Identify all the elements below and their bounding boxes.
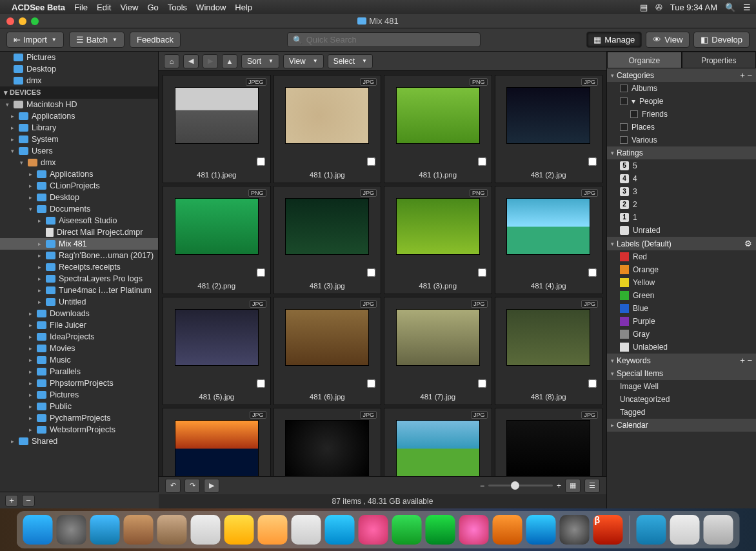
dock-safari[interactable] [90,515,120,545]
tree-item[interactable]: ▸Movies [0,343,158,354]
menu-help[interactable]: Help [235,3,252,12]
remove-button[interactable]: − [22,495,35,506]
select-checkbox[interactable] [478,379,486,388]
search-box[interactable]: 🔍 [287,32,481,47]
thumbnail-card[interactable]: JPG481 (4).jpg [495,186,603,294]
labels-header[interactable]: ▾Labels (Default)⚙ [607,237,756,250]
close-button[interactable] [6,17,14,25]
thumbnail-card[interactable]: JPG481 (3).jpg [274,186,382,294]
special-item[interactable]: Tagged [607,406,756,419]
view-grid[interactable]: ▦ [565,479,581,493]
thumbnail-card[interactable]: JPG481 (6).jpg [274,297,382,405]
rotate-right[interactable]: ↷ [184,479,200,493]
select-checkbox[interactable] [478,268,486,277]
tree-shared[interactable]: ▸Shared [0,436,158,447]
checkbox[interactable] [620,123,628,131]
thumbnail-card[interactable]: JPG481 (7).jpg [384,297,492,405]
tree-item[interactable]: ▸File Juicer [0,319,158,331]
dock-acdsee[interactable] [593,515,623,545]
menu-file[interactable]: File [74,3,88,12]
menu-go[interactable]: Go [147,3,158,12]
tree-item[interactable]: Desktop [0,63,158,75]
tree-item[interactable]: ▸Applications [0,110,158,122]
devices-header[interactable]: ▾ DEVICES [0,86,158,99]
label-item[interactable]: Blue [607,302,756,315]
view-detail[interactable]: ☰ [584,479,600,493]
ratings-header[interactable]: ▾Ratings [607,146,756,159]
thumbnail-card[interactable]: JPEG481 (1).jpeg [163,75,271,183]
label-item[interactable]: Yellow [607,276,756,289]
tray-icon[interactable]: ▤ [640,3,648,12]
tree-item[interactable]: ▸Receipts.receipts [0,261,158,273]
import-button[interactable]: ⇤ Import▼ [6,32,64,48]
label-item[interactable]: Green [607,289,756,302]
select-checkbox[interactable] [367,157,375,166]
zoom-slider[interactable]: − + [480,481,561,490]
play-button[interactable]: ▶ [204,479,219,493]
dock-itunes[interactable] [459,515,489,545]
tree-item[interactable]: ▸PhpstormProjects [0,377,158,389]
rating-item[interactable]: Unrated [607,224,756,237]
tab-organize[interactable]: Organize [607,52,682,68]
tree-user[interactable]: ▾dmx [0,157,158,168]
view-dropdown[interactable]: View▼ [283,54,324,68]
dock-folder2[interactable] [670,515,700,545]
menu-view[interactable]: View [120,3,138,12]
label-item[interactable]: Unlabeled [607,341,756,354]
dock-ibooks[interactable] [493,515,522,545]
minimize-button[interactable] [19,17,26,25]
special-header[interactable]: ▾Special Items [607,367,756,380]
zoom-in-icon[interactable]: + [557,481,561,490]
dock-appstore[interactable] [526,515,556,545]
menu-edit[interactable]: Edit [97,3,111,12]
dock-mail[interactable] [124,515,154,545]
rating-item[interactable]: 44 [607,172,756,185]
thumbnail-card[interactable]: JPG481 (8).jpg [495,297,603,405]
tree-item[interactable]: ▾Users [0,145,158,157]
special-item[interactable]: Image Well [607,380,756,393]
tree-item[interactable]: ▸Library [0,122,158,134]
thumbnail-card[interactable]: JPG481 (5).jpg [163,297,271,405]
dock-messages[interactable] [359,515,388,545]
dock-finder[interactable] [23,515,53,545]
zoom-out-icon[interactable]: − [480,481,484,490]
thumbnail-card[interactable]: JPG [495,408,603,476]
dock-folder[interactable] [637,515,666,545]
select-checkbox[interactable] [588,268,597,277]
rating-item[interactable]: 33 [607,185,756,198]
rating-item[interactable]: 55 [607,159,756,172]
calendar-header[interactable]: ▸Calendar [607,419,756,432]
tree-item[interactable]: Pictures [0,52,158,63]
tree-item[interactable]: ▸Aiseesoft Studio [0,215,158,226]
label-item[interactable]: Gray [607,328,756,341]
label-item[interactable]: Orange [607,263,756,276]
checkbox[interactable] [620,136,628,144]
thumbnail-card[interactable]: JPG [384,408,492,476]
tree-item[interactable]: ▸IdeaProjects [0,331,158,343]
checkbox[interactable] [620,97,628,105]
clock[interactable]: Tue 9:34 AM [670,3,717,12]
category-item[interactable]: Friends [607,108,756,121]
tree-item[interactable]: ▸Mix 481 [0,238,158,250]
menu-tools[interactable]: Tools [168,3,187,12]
select-checkbox[interactable] [588,379,597,388]
tree-item[interactable]: ▸WebstormProjects [0,424,158,436]
dock-notes[interactable] [224,515,254,545]
tree-item[interactable]: Direct Mail Project.dmpr [0,226,158,238]
batch-button[interactable]: ☰ Batch▼ [69,32,124,48]
tree-item[interactable]: ▸Tune4mac i…ter Platinum [0,285,158,296]
nav-back[interactable]: ◀ [183,54,199,68]
app-name[interactable]: ACDSee Beta [12,3,65,12]
select-checkbox[interactable] [257,157,265,166]
mode-view[interactable]: 👁View [646,32,690,48]
tree-item[interactable]: ▸PycharmProjects [0,412,158,424]
nav-up[interactable]: ▲ [222,54,237,68]
tree-hd[interactable]: ▾Macintosh HD [0,99,158,110]
checkbox[interactable] [620,85,628,92]
select-checkbox[interactable] [588,157,597,166]
rotate-left[interactable]: ↶ [165,479,181,493]
mode-develop[interactable]: ◧Develop [693,32,750,48]
thumbnail-card[interactable]: PNG481 (2).png [163,186,271,294]
mode-manage[interactable]: ▦Manage [586,32,642,48]
rating-item[interactable]: 11 [607,211,756,224]
